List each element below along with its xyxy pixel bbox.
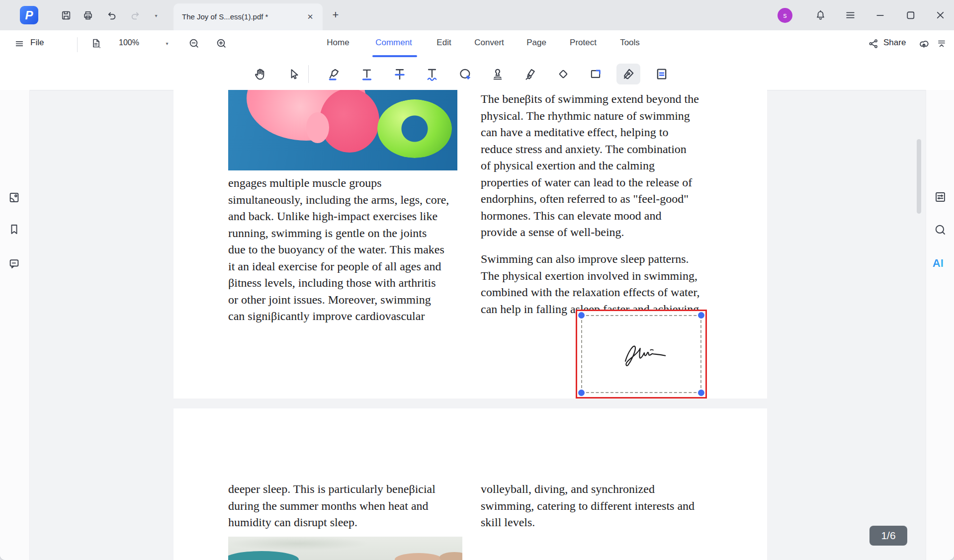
notifications-button[interactable] xyxy=(813,8,827,22)
signature-scribble xyxy=(618,340,674,368)
main-menu-button[interactable] xyxy=(843,8,857,22)
text-line: properties of water can lead to the rele… xyxy=(481,174,699,191)
share-label[interactable]: Share xyxy=(883,30,906,55)
page1-right-column-para2: Swimming can also improve sleep patterns… xyxy=(481,251,699,318)
eraser-tool-button[interactable] xyxy=(553,64,573,84)
undo-history-caret[interactable]: ▾ xyxy=(149,8,163,22)
bell-icon xyxy=(814,9,827,21)
divider xyxy=(77,37,78,52)
maximize-button[interactable] xyxy=(903,8,917,22)
resize-handle-bottom-left[interactable] xyxy=(578,390,585,396)
zoom-in-icon xyxy=(215,37,228,50)
undo-button[interactable] xyxy=(104,8,118,22)
share-button[interactable] xyxy=(867,37,880,51)
user-avatar[interactable]: s xyxy=(778,8,792,23)
sliders-icon xyxy=(934,190,947,204)
tab-page[interactable]: Page xyxy=(526,30,546,55)
redo-button[interactable] xyxy=(128,8,142,22)
tab-tools[interactable]: Tools xyxy=(620,30,640,55)
save-button[interactable] xyxy=(59,8,73,22)
highlighter-icon xyxy=(327,67,342,81)
vertical-scrollbar[interactable] xyxy=(917,139,921,214)
divider xyxy=(308,65,309,83)
resize-handle-top-right[interactable] xyxy=(698,312,704,319)
search-panel-button[interactable] xyxy=(934,223,947,237)
cloud-upload-button[interactable] xyxy=(917,37,931,51)
rectangle-icon xyxy=(588,67,603,81)
new-tab-button[interactable]: + xyxy=(329,8,342,21)
zoom-out-button[interactable] xyxy=(187,36,201,50)
page1-left-column: engages multiple muscle groups simultane… xyxy=(228,175,449,325)
minimize-icon xyxy=(874,9,886,21)
underline-tool-button[interactable] xyxy=(357,64,377,84)
zoom-level-value[interactable]: 100% xyxy=(119,30,139,55)
text-line: during the summer months when heat and xyxy=(228,498,435,515)
resize-handle-top-left[interactable] xyxy=(578,312,585,319)
select-tool-button[interactable] xyxy=(283,64,303,84)
undo-icon xyxy=(105,9,118,22)
pen-nib-icon xyxy=(621,67,636,81)
tab-convert[interactable]: Convert xyxy=(474,30,504,55)
stamp-icon xyxy=(490,67,505,81)
document-tab[interactable]: The Joy of S...ess(1).pdf * ✕ xyxy=(173,3,323,30)
text-line: engages multiple muscle groups xyxy=(228,175,449,192)
hand-tool-button[interactable] xyxy=(250,64,270,84)
bookmarks-panel-button[interactable] xyxy=(7,223,21,236)
file-menu-label[interactable]: File xyxy=(30,30,44,55)
signature-annotation[interactable] xyxy=(576,310,707,399)
redo-icon xyxy=(129,9,142,22)
stamp-tool-button[interactable] xyxy=(488,64,508,84)
resize-handle-bottom-right[interactable] xyxy=(698,390,704,396)
collapse-toolbar-button[interactable] xyxy=(935,37,949,51)
print-button[interactable] xyxy=(81,8,95,22)
tab-edit[interactable]: Edit xyxy=(436,30,451,55)
ellipse-icon xyxy=(458,67,473,81)
pencil-tool-button[interactable] xyxy=(520,64,540,84)
note-tool-button[interactable] xyxy=(652,64,672,84)
green-ring-float xyxy=(377,99,452,158)
text-line: it an ideal exercise for people of all a… xyxy=(228,258,449,275)
pink-float-wing xyxy=(320,90,379,153)
tab-protect[interactable]: Protect xyxy=(570,30,597,55)
text-line: hormones. This can elevate mood and xyxy=(481,208,699,225)
rectangle-tool-button[interactable] xyxy=(586,64,606,84)
minimize-button[interactable] xyxy=(873,8,887,22)
signature-tool-button[interactable] xyxy=(616,64,640,84)
ai-panel-button[interactable]: AI xyxy=(933,257,944,270)
tab-comment[interactable]: Comment xyxy=(375,30,412,55)
fit-page-button[interactable] xyxy=(89,36,103,50)
text-line: reduce stress and anxiety. The combinati… xyxy=(481,141,699,158)
highlight-tool-button[interactable] xyxy=(324,64,344,84)
strikethrough-tool-button[interactable] xyxy=(390,64,410,84)
text-squiggly-icon xyxy=(425,67,439,81)
text-line: skill levels. xyxy=(481,514,694,531)
pool-photo xyxy=(228,90,457,170)
text-line: can signiβicantly improve cardiovascular xyxy=(228,308,449,325)
zoom-dropdown-caret[interactable]: ▾ xyxy=(160,36,174,50)
text-underline-icon xyxy=(359,67,374,81)
comment-toolbar xyxy=(0,59,954,90)
active-tab-underline xyxy=(372,55,417,57)
page-fit-icon xyxy=(90,37,102,49)
properties-panel-button[interactable] xyxy=(934,190,947,204)
close-window-button[interactable] xyxy=(933,8,947,22)
pencil-scribble-icon xyxy=(523,67,538,81)
text-strikethrough-icon xyxy=(392,67,407,81)
text-line: can have a meditative effect, helping to xyxy=(481,124,699,141)
squiggly-tool-button[interactable] xyxy=(422,64,442,84)
page1-right-column-para1: The beneβits of swimming extend beyond t… xyxy=(481,91,699,241)
ellipse-tool-button[interactable] xyxy=(455,64,475,84)
text-line: swimming, catering to different interest… xyxy=(481,498,694,515)
text-line: βitness levels, including those with art… xyxy=(228,275,449,292)
thumbnails-panel-button[interactable] xyxy=(7,191,21,204)
zoom-in-button[interactable] xyxy=(214,36,228,50)
tab-home[interactable]: Home xyxy=(327,30,349,55)
text-line: Swimming can also improve sleep patterns… xyxy=(481,251,699,268)
maximize-icon xyxy=(904,9,917,21)
page-indicator-badge: 1/6 xyxy=(869,526,907,546)
close-tab-icon[interactable]: ✕ xyxy=(305,11,316,22)
text-line: humidity can disrupt sleep. xyxy=(228,514,435,531)
annotations-panel-button[interactable] xyxy=(7,257,21,270)
teal-shape xyxy=(228,551,299,560)
file-menu-button[interactable] xyxy=(12,37,26,51)
